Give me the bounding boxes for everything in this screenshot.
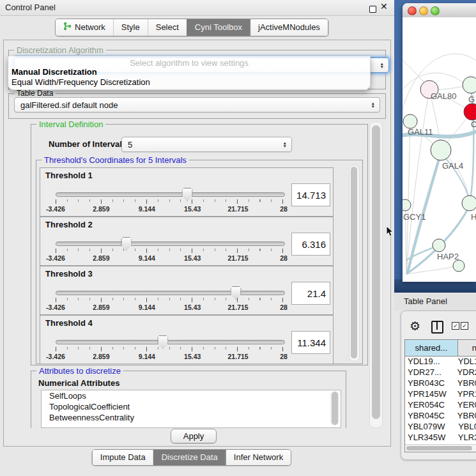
checkbox-icon-1[interactable]: ✓ <box>452 322 459 330</box>
network-view-window[interactable]: GAL80 G C GAL11 GAL4 GCY1 H HAP2 <box>403 3 476 282</box>
minimize-traffic-light-icon[interactable] <box>419 6 428 15</box>
slider-tick-label: 2.859 <box>93 205 109 213</box>
algorithm-option-equal-width[interactable]: Equal Width/Frequency Discretization <box>12 77 150 87</box>
tab-impute-data[interactable]: Impute Data <box>93 450 153 465</box>
tab-cyni-toolbox[interactable]: Cyni Toolbox <box>187 19 250 36</box>
threshold-4-value-field[interactable]: 11.344 <box>291 331 330 354</box>
slider-tick-label: 28 <box>280 205 288 213</box>
table-cell[interactable]: YLR3 <box>456 433 476 443</box>
table-cell[interactable]: YER054C <box>405 400 455 411</box>
zoom-traffic-light-icon[interactable] <box>431 6 440 15</box>
slider-tick-labels: -3.4262.8599.14415.4321.71528 <box>56 205 284 213</box>
slider-track[interactable] <box>56 291 285 295</box>
number-of-intervals-select[interactable]: 5 ▲▼ <box>121 137 292 152</box>
node-gcy1[interactable] <box>403 199 411 211</box>
network-graph <box>403 17 476 282</box>
node-gal11[interactable] <box>403 114 417 128</box>
algorithm-placeholder-option[interactable]: Select algorithm to view settings <box>8 58 370 68</box>
close-icon[interactable]: ✕ <box>380 1 388 12</box>
thresholds-scrollbar[interactable] <box>349 165 360 362</box>
table-row[interactable]: YPR145WYPR1 <box>405 389 476 400</box>
threshold-4-slider[interactable]: -3.4262.8599.14415.4321.71528 <box>56 340 284 362</box>
tab-select[interactable]: Select <box>148 19 187 36</box>
tab-style[interactable]: Style <box>113 19 148 36</box>
slider-tick-label: 2.859 <box>93 303 109 311</box>
table-row[interactable]: YDL19...YDL1 <box>405 357 476 367</box>
node-bottom[interactable] <box>453 260 464 272</box>
attribute-item[interactable]: SelfLoops <box>42 390 341 401</box>
thresholds-scrollbar-thumb[interactable] <box>351 167 357 358</box>
tab-network[interactable]: Network <box>56 19 113 36</box>
threshold-3-value-field[interactable]: 21.4 <box>291 282 330 305</box>
table-cell[interactable]: YBL0 <box>456 422 476 433</box>
table-row[interactable]: YDR27...YDR2 <box>405 367 476 378</box>
checkbox-icon-2[interactable]: ✓ <box>461 322 468 330</box>
column-header-shared-name[interactable]: shared... <box>405 340 458 356</box>
network-window-titlebar[interactable] <box>403 3 476 18</box>
close-traffic-light-icon[interactable] <box>408 6 417 15</box>
table-cell[interactable]: YPR145W <box>405 389 455 400</box>
table-row[interactable]: YER054CYER0 <box>405 400 476 411</box>
network-canvas[interactable]: GAL80 G C GAL11 GAL4 GCY1 H HAP2 <box>403 17 476 282</box>
table-cell[interactable]: YBR045C <box>405 411 455 422</box>
number-of-intervals-value: 5 <box>128 140 132 150</box>
slider-track[interactable] <box>56 340 285 344</box>
table-data-selected-value: galFiltered.sif default node <box>20 100 118 110</box>
slider-tick-label: -3.426 <box>46 303 65 311</box>
apply-button[interactable]: Apply <box>171 429 217 443</box>
threshold-2-value-field[interactable]: 6.316 <box>291 233 330 256</box>
table-row[interactable]: YBR045CYBR0 <box>405 411 476 422</box>
threshold-1-value-field[interactable]: 14.713 <box>291 183 330 206</box>
table-cell[interactable]: YLR345W <box>405 433 456 443</box>
node-top-right[interactable] <box>463 77 476 93</box>
tab-discretize-data[interactable]: Discretize Data <box>153 450 226 465</box>
network-icon <box>63 22 72 33</box>
tab-jactivemnodules-label: jActiveMNodules <box>258 22 320 32</box>
threshold-1-slider[interactable]: -3.4262.8599.14415.4321.71528 <box>56 192 284 214</box>
threshold-2-slider[interactable]: -3.4262.8599.14415.4321.71528 <box>56 242 284 263</box>
tab-network-label: Network <box>75 22 105 32</box>
columns-icon[interactable] <box>431 321 443 334</box>
table-cell[interactable]: YBL079W <box>405 422 456 433</box>
tab-jactivemnodules[interactable]: jActiveMNodules <box>250 19 328 36</box>
table-cell[interactable]: YBR0 <box>455 411 476 422</box>
node-attribute-table: shared... n YDL19...YDL1YDR27...YDR2YBR0… <box>404 339 476 452</box>
attributes-scrollbar[interactable] <box>330 391 339 426</box>
panel-scrollbar[interactable] <box>369 121 383 428</box>
table-cell[interactable]: YDL19... <box>405 357 456 367</box>
attributes-scrollbar-thumb[interactable] <box>332 392 338 425</box>
algorithm-option-manual[interactable]: Manual Discretization <box>12 67 97 77</box>
table-cell[interactable]: YPR1 <box>455 389 476 400</box>
threshold-3-slider[interactable]: -3.4262.8599.14415.4321.71528 <box>56 291 284 312</box>
node-gal4[interactable] <box>431 140 451 160</box>
node-red-selected[interactable] <box>464 104 476 120</box>
node-right[interactable] <box>462 196 476 211</box>
table-cell[interactable]: YBR043C <box>405 378 455 389</box>
attribute-item[interactable]: TopologicalCoefficient <box>42 401 341 412</box>
table-cell[interactable]: YDR2 <box>454 367 476 378</box>
algorithm-dropdown-popup: Select algorithm to view settings Manual… <box>8 56 371 90</box>
table-horizontal-scrollbar-thumb[interactable] <box>406 446 472 450</box>
table-cell[interactable]: YBR0 <box>455 378 476 389</box>
table-cell[interactable]: YDR27... <box>405 367 454 378</box>
slider-track[interactable] <box>56 192 285 197</box>
table-row[interactable]: YBL079WYBL0 <box>405 422 476 433</box>
panel-scrollbar-thumb[interactable] <box>372 125 380 419</box>
table-cell[interactable]: YDL1 <box>456 357 476 367</box>
attribute-item[interactable]: BetweennessCentrality <box>42 412 341 423</box>
table-row[interactable]: YBR043CYBR0 <box>405 378 476 389</box>
numerical-attributes-list[interactable]: SelfLoopsTopologicalCoefficientBetweenne… <box>41 390 341 428</box>
gear-icon[interactable]: ⚙ <box>410 319 420 334</box>
node-hap2[interactable] <box>433 239 445 252</box>
float-window-icon[interactable] <box>369 6 376 13</box>
table-cell[interactable]: YER0 <box>455 400 476 411</box>
column-header-name[interactable]: n <box>458 340 476 356</box>
table-horizontal-scrollbar[interactable] <box>405 444 476 452</box>
threshold-panel-1: Threshold 1 -3.4262.8599.14415.4321.7152… <box>40 167 334 217</box>
table-data-select[interactable]: galFiltered.sif default node ▲▼ <box>14 97 380 112</box>
slider-track[interactable] <box>56 242 285 246</box>
table-row[interactable]: YLR345WYLR3 <box>405 433 476 443</box>
tab-infer-network[interactable]: Infer Network <box>226 450 291 465</box>
node-label-gcy1: GCY1 <box>403 212 426 222</box>
slider-tick-label: 28 <box>280 303 288 311</box>
